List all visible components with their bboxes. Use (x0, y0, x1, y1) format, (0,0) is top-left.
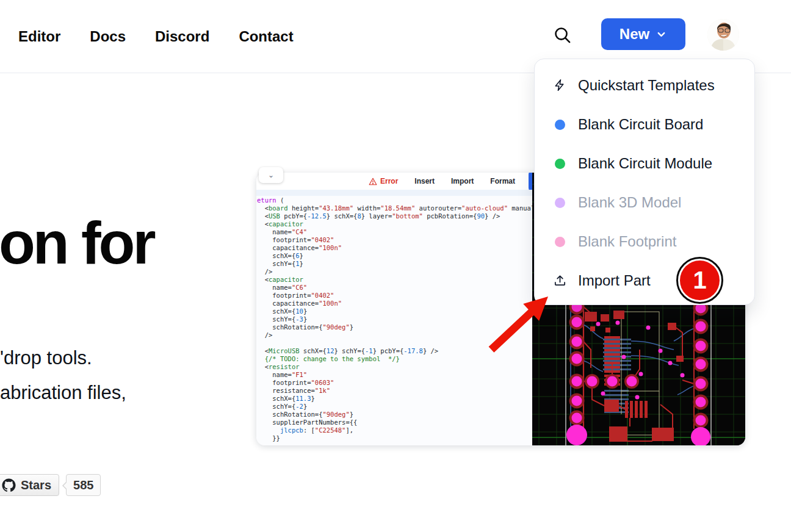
code-line: }} (257, 434, 532, 442)
code-line: resistance="1k" (257, 387, 532, 395)
page: EditorDocsDiscordContact New (0, 0, 791, 532)
step-badge-number: 1 (680, 261, 720, 300)
collapse-chevron-icon: ⌄ (268, 171, 274, 179)
menu-item-label: Blank 3D Model (578, 194, 681, 211)
code-line: schY={1} (257, 260, 532, 268)
github-widget: Stars 585 (0, 474, 101, 496)
code-line: <USB pcbY={-12.5} schX={8} layer="bottom… (257, 212, 532, 220)
code-line: <capacitor (257, 220, 532, 228)
annotation-arrow (485, 292, 555, 358)
toolbar-label: Insert (414, 177, 435, 185)
code-line: name="C4" (257, 228, 532, 236)
code-line: /> (257, 268, 532, 276)
code-line: name="C6" (257, 284, 532, 292)
menu-item-label: Blank Footprint (578, 233, 676, 250)
new-button[interactable]: New (601, 18, 685, 50)
toolbar-insert[interactable]: Insert (414, 177, 435, 185)
color-dot-icon (552, 120, 568, 130)
color-dot-icon (552, 237, 568, 247)
zap-icon (552, 79, 568, 93)
github-stars-button[interactable]: Stars (0, 474, 59, 496)
nav-link-editor[interactable]: Editor (18, 28, 60, 45)
new-dropdown-menu: Quickstart TemplatesBlank Circuit BoardB… (534, 59, 755, 305)
code-line: supplierPartNumbers={{ (257, 419, 532, 426)
code-line: eturn ( (257, 196, 532, 204)
toolbar-label: Import (451, 177, 474, 185)
menu-item-blank-footprint: Blank Footprint (535, 222, 754, 261)
code-line: <resistor (257, 363, 532, 371)
nav-link-discord[interactable]: Discord (155, 28, 209, 45)
editor-toolbar: ErrorInsertImportFormat (256, 173, 532, 190)
search-icon (553, 26, 572, 47)
warning-icon (369, 178, 377, 185)
menu-item-label: Import Part (578, 272, 651, 289)
chevron-down-icon (656, 29, 667, 40)
github-icon (2, 478, 16, 492)
toolbar-import[interactable]: Import (451, 177, 474, 185)
menu-item-blank-circuit-board[interactable]: Blank Circuit Board (535, 105, 754, 144)
code-line: jlcpcb: ["C22548"], (257, 426, 532, 434)
github-star-count[interactable]: 585 (66, 474, 101, 496)
hero-heading: on for (0, 209, 154, 278)
toolbar-format[interactable]: Format (490, 177, 515, 185)
menu-item-blank-3d-model: Blank 3D Model (535, 183, 754, 222)
code-line: <capacitor (257, 276, 532, 284)
code-line: footprint="0603" (257, 379, 532, 387)
code-line: <board height="43.18mm" width="18.54mm" … (257, 204, 532, 212)
new-button-label: New (619, 26, 649, 43)
nav-link-docs[interactable]: Docs (90, 28, 126, 45)
nav-link-contact[interactable]: Contact (239, 28, 293, 45)
code-line: schX={6} (257, 252, 532, 260)
menu-item-blank-circuit-module[interactable]: Blank Circuit Module (535, 144, 754, 183)
code-line: schRotation={"90deg"} (257, 411, 532, 419)
hero-paragraph-line: abrication files, (0, 375, 126, 410)
editor-collapse-tab[interactable]: ⌄ (259, 167, 283, 183)
code-line: schX={11.3} (257, 395, 532, 403)
code-line: schY={-2} (257, 403, 532, 411)
code-line: footprint="0402" (257, 236, 532, 244)
avatar-photo (707, 19, 739, 51)
search-button[interactable] (551, 25, 573, 47)
toolbar-label: Error (380, 177, 398, 185)
code-line: name="F1" (257, 371, 532, 379)
menu-item-label: Blank Circuit Board (578, 116, 703, 133)
menu-item-quickstart-templates[interactable]: Quickstart Templates (535, 66, 754, 105)
color-dot-icon (552, 198, 568, 208)
menu-item-label: Quickstart Templates (578, 77, 715, 94)
user-avatar[interactable] (707, 19, 739, 51)
hero-paragraph: 'drop tools.abrication files, (0, 340, 126, 410)
toolbar-label: Format (490, 177, 515, 185)
step-badge: 1 (676, 257, 723, 304)
hero-paragraph-line: 'drop tools. (0, 340, 126, 375)
upload-icon (552, 274, 568, 288)
menu-item-label: Blank Circuit Module (578, 155, 712, 172)
github-stars-label: Stars (21, 478, 51, 492)
code-highlight-strip (256, 190, 532, 196)
toolbar-error[interactable]: Error (369, 177, 398, 185)
main-nav: EditorDocsDiscordContact (18, 0, 294, 73)
color-dot-icon (552, 159, 568, 169)
code-line: capacitance="100n" (257, 244, 532, 252)
